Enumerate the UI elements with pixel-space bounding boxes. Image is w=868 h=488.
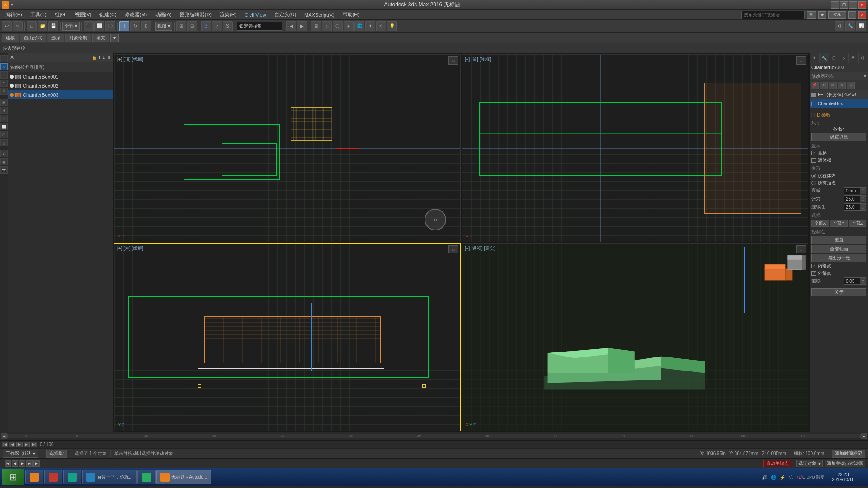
ffd-inside-checkbox[interactable] [811,264,816,268]
cp-tab-display[interactable]: 👁 [849,53,859,63]
menu-civil-view[interactable]: Civil View [241,11,269,19]
lt-edge[interactable]: ◈ [0,107,8,114]
vp-persp-label[interactable]: [+] [透视] [高实] [465,245,495,252]
configure-mod-btn[interactable]: ⚙ [847,82,855,89]
ffd-offset-down[interactable]: ▼ [860,281,866,284]
lt-move[interactable]: ✛ [0,71,8,79]
arc-btn[interactable]: ↗ [212,21,222,31]
auto-key-btn[interactable]: 自动关键点 [763,460,792,467]
selection-set-btn[interactable]: 选择集: [46,450,67,458]
lp-icon1[interactable]: 🔒 [92,56,97,60]
mirror-btn[interactable]: ⊟ [187,21,197,31]
vp-front-label[interactable]: [+] [前] [线框] [465,56,491,63]
render-btn[interactable]: ▷ [322,21,332,31]
menu-view[interactable]: 视图(V) [71,10,95,19]
key-filter-dropdown[interactable]: ▾ [818,461,821,466]
close-button[interactable]: ✕ [858,1,866,9]
light-lister-btn[interactable]: 💡 [387,21,397,31]
front-corner-btn[interactable]: □ [796,56,806,65]
taskbar-item-2[interactable] [44,470,62,484]
timeline-btn[interactable]: |◀ [286,21,296,31]
ffd-continuity-down[interactable]: ▼ [860,207,866,210]
select-filter-dropdown[interactable]: 全部 ▾ [62,22,80,31]
ffd-falloff-spin[interactable]: ▲ ▼ [844,187,866,194]
ffd-falloff-input[interactable] [844,188,860,194]
lt-element[interactable]: ⬜ [0,123,8,130]
vp-left-label[interactable]: [+] [左] [线框] [117,245,143,252]
select-all-x-btn[interactable]: 全部X [811,220,829,227]
toolbar2-dropdown[interactable]: ▾ [110,34,119,42]
viewport-persp[interactable]: [+] [透视] [高实] [462,243,808,431]
render-setup-btn[interactable]: 🖥 [311,21,321,31]
add-key-filter-btn[interactable]: 添加关键点过滤器 [825,460,865,467]
menu-create[interactable]: 创建(C) [96,10,120,19]
effects-btn[interactable]: ✦ [365,21,375,31]
view-dropdown[interactable]: 视图 ▾ [155,22,172,31]
taskbar-item-5[interactable] [137,470,156,484]
redo-btn[interactable]: ↪ [13,21,23,31]
menu-graph-editor[interactable]: 图形编辑器(D) [176,10,215,19]
select-object-btn[interactable]: ⬛ [84,21,94,31]
scale-btn[interactable]: ⧖ [141,21,151,31]
menu-group[interactable]: 组(G) [51,10,71,19]
timeline-ruler[interactable]: 0 5 10 15 20 25 30 35 40 45 50 55 60 [7,434,861,438]
environment-btn[interactable]: 🌐 [354,21,364,31]
scene-item-3[interactable]: ChamferBox003 [8,90,113,99]
cp-tab-create[interactable]: ✦ [810,53,820,63]
extra1[interactable]: ⚙ [835,21,844,31]
info-btn[interactable]: ? [848,11,856,19]
ffd-offset-input[interactable] [844,278,860,284]
menu-edit[interactable]: 编辑(E) [2,10,26,19]
select-all-z-btn[interactable]: 全部Z [849,220,866,227]
viewport-left[interactable]: [+] [左] [线框] Y Z □ [114,243,461,431]
about-btn[interactable]: 关于 [811,288,866,296]
tray-icon-2[interactable]: 🌐 [770,474,777,481]
lt-paint[interactable]: 🖌 [0,150,8,157]
taskbar-item-maxscript[interactable]: 无标题 - Autode... [156,470,211,484]
taskbar-item-4[interactable]: 百度一下，你就... [82,470,137,484]
vp-top-label[interactable]: [+] [顶] [线框] [117,56,143,63]
select-region-btn[interactable]: ⬜ [94,21,104,31]
lt-select[interactable]: ↖ [0,63,8,70]
menu-animation[interactable]: 动画(A) [151,10,175,19]
top-corner-btn[interactable]: □ [448,56,458,65]
show-result-btn[interactable]: 👁 [820,82,828,89]
viewport-top[interactable]: [+] [顶] [线框] ⊙ X Y □ [114,54,461,242]
align-btn[interactable]: ⊞ [176,21,186,31]
persp-corner-btn[interactable]: □ [796,245,806,253]
app-close[interactable]: ✕ [858,11,866,19]
select-all-y-btn[interactable]: 全部Y [830,220,848,227]
maximize-button[interactable]: □ [849,1,857,9]
save-btn[interactable]: 💾 [48,21,58,31]
modifier-ffd-item[interactable]: FFD(长方体) 4x4x4 [810,90,868,99]
lt-material[interactable]: ◉ [0,158,8,165]
ffd-continuity-spin[interactable]: ▲ ▼ [844,203,866,211]
render-debug-btn[interactable]: ⛭ [376,21,386,31]
menu-customize[interactable]: 自定义(U) [271,10,300,19]
anim-end-btn[interactable]: ▶| [33,460,40,467]
timeline-next-btn[interactable]: ▶| [24,442,30,447]
time-tag-btn[interactable]: 添加时间标记 [832,450,865,458]
timeline-start-btn[interactable]: |◀ [2,442,8,447]
show-desktop-btn[interactable] [860,474,863,481]
lp-icon4[interactable]: 🖥 [107,56,111,60]
cp-tab-modify[interactable]: 🔧 [820,53,830,63]
tab-freeform[interactable]: 自由形式 [20,34,46,42]
pin-stack-btn[interactable]: 📌 [811,82,819,89]
ffd-tension-up[interactable]: ▲ [860,196,866,199]
menu-render[interactable]: 渲染(R) [216,10,240,19]
material-editor-btn[interactable]: ◈ [344,21,354,31]
ffd-continuity-input[interactable] [844,204,860,210]
ffd-outside-checkbox[interactable] [811,271,816,276]
start-button[interactable]: ⊞ [2,469,24,485]
lt-border[interactable]: ⬡ [0,131,8,138]
extra2[interactable]: 🔧 [845,21,855,31]
tray-icon-1[interactable]: 🔊 [761,474,768,481]
tab-object-paint[interactable]: 对象绘制 [65,34,91,42]
lt-face[interactable]: △ [0,139,8,146]
rotate-btn[interactable]: ↻ [130,21,140,31]
scene-panel-close[interactable]: ✕ [10,55,14,61]
timeline-play-btn[interactable]: ▶ [16,442,23,447]
menu-help[interactable]: 帮助(H) [339,10,363,19]
scene-item-1[interactable]: ChamferBox001 [8,72,113,81]
